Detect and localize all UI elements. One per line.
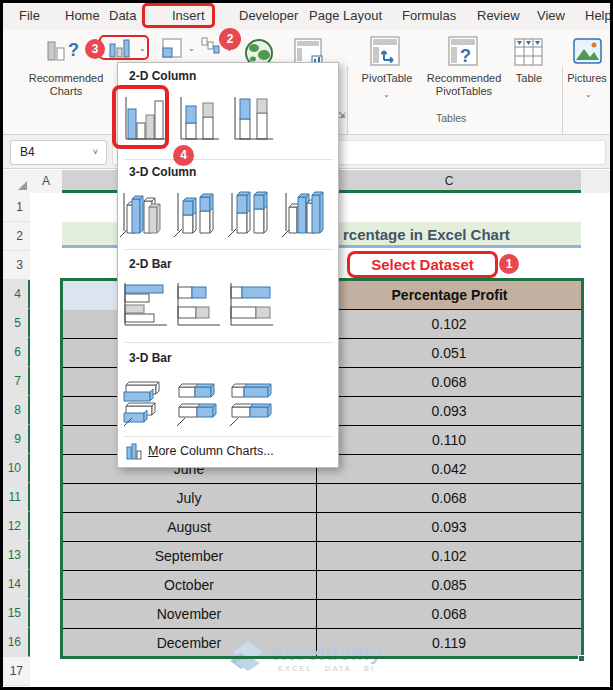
column-chart-dropdown-chevron[interactable]: ⌄ [139,44,146,53]
charts-dialog-launcher-icon[interactable]: ⇲ [338,110,346,120]
menu-item-100-stacked-column[interactable] [230,93,274,143]
menu-item-3d-100-stacked-column[interactable] [226,187,270,239]
menu-item-clustered-column[interactable] [122,93,166,143]
table-icon[interactable] [514,36,544,68]
name-box-value: B4 [20,145,35,159]
table-row: November0.068 [62,600,581,629]
menu-item-100-stacked-bar[interactable] [228,281,274,329]
value-cell[interactable]: 0.102 [317,310,581,338]
annotation-step-3: 3 [85,39,105,59]
pivottable-dropdown-chevron[interactable]: ⌄ [383,90,390,99]
tab-developer[interactable]: Developer [239,8,298,23]
table-label[interactable]: Table [504,72,554,85]
tab-data[interactable]: Data [109,8,136,23]
row-header-6[interactable]: 6 [3,338,30,367]
value-cell[interactable]: 0.051 [317,339,581,367]
month-cell[interactable]: August [62,513,317,541]
name-box-chevron-icon[interactable]: ˅ [93,141,98,164]
menu-item-more-column-charts[interactable]: More Column Charts... [118,439,338,467]
menu-item-clustered-bar[interactable] [122,281,168,329]
row-header-11[interactable]: 11 [3,483,30,512]
value-cell[interactable]: 0.068 [317,484,581,512]
recommended-pivottables-icon[interactable]: ? [448,36,480,68]
value-cell[interactable]: 0.102 [317,542,581,570]
annotation-step-2: 2 [219,28,241,50]
menu-item-3d-column-chart[interactable] [280,187,324,239]
value-cell[interactable]: 0.093 [317,513,581,541]
menu-item-stacked-column[interactable] [176,93,220,143]
row-header-8[interactable]: 8 [3,396,30,425]
pictures-icon[interactable] [573,38,603,66]
tab-home[interactable]: Home [65,8,100,23]
row-header-10[interactable]: 10 [3,454,30,483]
tab-insert[interactable]: Insert [172,8,205,23]
exceldemy-logo-icon [230,641,266,673]
row-header-1[interactable]: 1 [3,193,30,222]
row-header-13[interactable]: 13 [3,541,30,570]
sheet-title: rcentage in Excel Chart [343,226,510,243]
menu-item-3d-stacked-bar[interactable] [175,377,221,427]
menu-section-2d-bar: 2-D Bar [129,257,172,271]
row-header-3[interactable]: 3 [3,251,30,280]
month-cell[interactable]: September [62,542,317,570]
menu-item-stacked-bar[interactable] [175,281,221,329]
insert-column-chart-button[interactable] [108,38,134,58]
menu-item-3d-clustered-column[interactable] [118,187,162,239]
row-header-17[interactable]: 17 [3,657,30,686]
ribbon-tab-bar: File Home Data Insert Developer Page Lay… [2,2,611,30]
pivottable-label[interactable]: PivotTable [357,72,417,85]
menu-item-3d-100-stacked-bar[interactable] [228,377,274,427]
row-header-4[interactable]: 4 [3,280,30,309]
insert-combo-chart-button[interactable] [162,38,184,58]
value-cell[interactable]: 0.093 [317,397,581,425]
tab-view[interactable]: View [537,8,565,23]
pivottable-icon[interactable] [370,36,402,68]
table-row: July0.068 [62,484,581,513]
row-header-2[interactable]: 2 [3,222,30,251]
select-all-corner[interactable] [3,170,30,193]
tab-review[interactable]: Review [477,8,520,23]
recommended-pivottables-label[interactable]: Recommended PivotTables [414,72,514,98]
value-cell[interactable]: 0.042 [317,455,581,483]
row-header-14[interactable]: 14 [3,570,30,599]
column-header-filler [581,170,611,193]
month-cell[interactable]: July [62,484,317,512]
row-header-7[interactable]: 7 [3,367,30,396]
value-cell[interactable]: 0.110 [317,426,581,454]
menu-section-3d-bar: 3-D Bar [129,351,172,365]
menu-divider [124,436,333,437]
value-cell[interactable]: 0.068 [317,600,581,628]
month-cell[interactable]: November [62,600,317,628]
tab-formulas[interactable]: Formulas [402,8,456,23]
combo-chart-dropdown-chevron[interactable]: ⌄ [188,44,195,53]
row-header-9[interactable]: 9 [3,425,30,454]
table-row: October0.085 [62,571,581,600]
table-row: August0.093 [62,513,581,542]
value-cell[interactable]: 0.068 [317,368,581,396]
value-cell[interactable]: 0.085 [317,571,581,599]
row-header-5[interactable]: 5 [3,309,30,338]
menu-item-3d-clustered-bar[interactable] [122,377,168,427]
svg-text:?: ? [460,46,471,66]
menu-divider [124,249,333,250]
row-header-12[interactable]: 12 [3,512,30,541]
percentage-profit-header-cell[interactable]: Percentage Profit [317,280,581,310]
column-header-a[interactable]: A [30,170,62,193]
fill-handle[interactable] [578,655,585,662]
month-cell[interactable]: October [62,571,317,599]
name-box[interactable]: B4 ˅ [10,140,107,165]
menu-item-3d-stacked-column[interactable] [172,187,216,239]
row-header-15[interactable]: 15 [3,599,30,628]
menu-divider [124,159,333,160]
menu-divider [124,342,333,343]
tables-group-label: Tables [436,112,466,124]
row-header-16[interactable]: 16 [3,628,30,657]
recommended-charts-label[interactable]: Recommended Charts [16,72,116,98]
tab-page-layout[interactable]: Page Layout [309,8,382,23]
tab-file[interactable]: File [19,8,40,23]
tab-help[interactable]: Help [585,8,612,23]
pictures-label[interactable]: Pictures [562,72,612,85]
recommended-charts-icon[interactable]: ? [46,36,82,64]
watermark-tagline: EXCEL · DATA · BI [278,664,375,673]
pictures-dropdown-chevron[interactable]: ⌄ [585,90,592,99]
